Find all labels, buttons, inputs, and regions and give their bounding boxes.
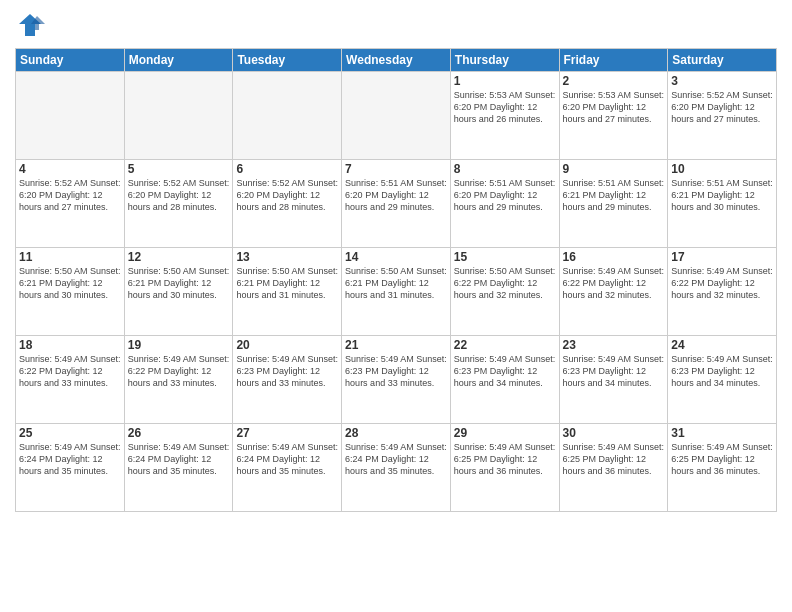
calendar-header-row: SundayMondayTuesdayWednesdayThursdayFrid… [16,49,777,72]
day-number: 10 [671,162,773,176]
day-number: 23 [563,338,665,352]
calendar-cell: 16Sunrise: 5:49 AM Sunset: 6:22 PM Dayli… [559,248,668,336]
day-number: 29 [454,426,556,440]
calendar-cell: 11Sunrise: 5:50 AM Sunset: 6:21 PM Dayli… [16,248,125,336]
day-number: 12 [128,250,230,264]
day-info: Sunrise: 5:49 AM Sunset: 6:24 PM Dayligh… [345,441,447,477]
day-info: Sunrise: 5:49 AM Sunset: 6:24 PM Dayligh… [236,441,338,477]
calendar-header-monday: Monday [124,49,233,72]
day-number: 27 [236,426,338,440]
calendar-cell [16,72,125,160]
day-info: Sunrise: 5:49 AM Sunset: 6:23 PM Dayligh… [454,353,556,389]
day-info: Sunrise: 5:49 AM Sunset: 6:24 PM Dayligh… [128,441,230,477]
day-info: Sunrise: 5:49 AM Sunset: 6:22 PM Dayligh… [563,265,665,301]
day-info: Sunrise: 5:50 AM Sunset: 6:22 PM Dayligh… [454,265,556,301]
day-info: Sunrise: 5:51 AM Sunset: 6:20 PM Dayligh… [345,177,447,213]
day-info: Sunrise: 5:49 AM Sunset: 6:23 PM Dayligh… [236,353,338,389]
day-info: Sunrise: 5:49 AM Sunset: 6:23 PM Dayligh… [671,353,773,389]
day-number: 20 [236,338,338,352]
day-info: Sunrise: 5:52 AM Sunset: 6:20 PM Dayligh… [128,177,230,213]
day-info: Sunrise: 5:50 AM Sunset: 6:21 PM Dayligh… [236,265,338,301]
day-info: Sunrise: 5:49 AM Sunset: 6:25 PM Dayligh… [671,441,773,477]
day-number: 28 [345,426,447,440]
day-info: Sunrise: 5:49 AM Sunset: 6:22 PM Dayligh… [671,265,773,301]
calendar-cell: 31Sunrise: 5:49 AM Sunset: 6:25 PM Dayli… [668,424,777,512]
day-number: 13 [236,250,338,264]
calendar-cell: 29Sunrise: 5:49 AM Sunset: 6:25 PM Dayli… [450,424,559,512]
day-info: Sunrise: 5:49 AM Sunset: 6:24 PM Dayligh… [19,441,121,477]
calendar-week-row: 4Sunrise: 5:52 AM Sunset: 6:20 PM Daylig… [16,160,777,248]
calendar-cell: 27Sunrise: 5:49 AM Sunset: 6:24 PM Dayli… [233,424,342,512]
calendar-cell: 6Sunrise: 5:52 AM Sunset: 6:20 PM Daylig… [233,160,342,248]
calendar-cell: 23Sunrise: 5:49 AM Sunset: 6:23 PM Dayli… [559,336,668,424]
day-info: Sunrise: 5:49 AM Sunset: 6:25 PM Dayligh… [563,441,665,477]
day-info: Sunrise: 5:52 AM Sunset: 6:20 PM Dayligh… [19,177,121,213]
calendar-week-row: 11Sunrise: 5:50 AM Sunset: 6:21 PM Dayli… [16,248,777,336]
day-info: Sunrise: 5:49 AM Sunset: 6:22 PM Dayligh… [128,353,230,389]
calendar-week-row: 1Sunrise: 5:53 AM Sunset: 6:20 PM Daylig… [16,72,777,160]
day-number: 5 [128,162,230,176]
calendar-cell: 28Sunrise: 5:49 AM Sunset: 6:24 PM Dayli… [342,424,451,512]
header [15,10,777,40]
day-info: Sunrise: 5:50 AM Sunset: 6:21 PM Dayligh… [128,265,230,301]
calendar-week-row: 25Sunrise: 5:49 AM Sunset: 6:24 PM Dayli… [16,424,777,512]
calendar-cell: 14Sunrise: 5:50 AM Sunset: 6:21 PM Dayli… [342,248,451,336]
day-info: Sunrise: 5:52 AM Sunset: 6:20 PM Dayligh… [236,177,338,213]
logo [15,10,47,40]
calendar-header-thursday: Thursday [450,49,559,72]
day-number: 7 [345,162,447,176]
calendar-cell: 25Sunrise: 5:49 AM Sunset: 6:24 PM Dayli… [16,424,125,512]
day-number: 9 [563,162,665,176]
calendar-cell: 21Sunrise: 5:49 AM Sunset: 6:23 PM Dayli… [342,336,451,424]
calendar-cell: 19Sunrise: 5:49 AM Sunset: 6:22 PM Dayli… [124,336,233,424]
calendar-cell: 17Sunrise: 5:49 AM Sunset: 6:22 PM Dayli… [668,248,777,336]
page: SundayMondayTuesdayWednesdayThursdayFrid… [0,0,792,612]
day-info: Sunrise: 5:50 AM Sunset: 6:21 PM Dayligh… [345,265,447,301]
day-info: Sunrise: 5:52 AM Sunset: 6:20 PM Dayligh… [671,89,773,125]
logo-icon [15,10,45,40]
day-number: 1 [454,74,556,88]
calendar-header-wednesday: Wednesday [342,49,451,72]
calendar-cell: 1Sunrise: 5:53 AM Sunset: 6:20 PM Daylig… [450,72,559,160]
calendar-cell: 9Sunrise: 5:51 AM Sunset: 6:21 PM Daylig… [559,160,668,248]
calendar-cell: 15Sunrise: 5:50 AM Sunset: 6:22 PM Dayli… [450,248,559,336]
calendar-cell: 12Sunrise: 5:50 AM Sunset: 6:21 PM Dayli… [124,248,233,336]
calendar-week-row: 18Sunrise: 5:49 AM Sunset: 6:22 PM Dayli… [16,336,777,424]
calendar-cell [342,72,451,160]
day-info: Sunrise: 5:53 AM Sunset: 6:20 PM Dayligh… [454,89,556,125]
calendar-cell: 7Sunrise: 5:51 AM Sunset: 6:20 PM Daylig… [342,160,451,248]
day-number: 16 [563,250,665,264]
day-info: Sunrise: 5:50 AM Sunset: 6:21 PM Dayligh… [19,265,121,301]
day-number: 26 [128,426,230,440]
calendar-cell: 26Sunrise: 5:49 AM Sunset: 6:24 PM Dayli… [124,424,233,512]
day-number: 18 [19,338,121,352]
day-info: Sunrise: 5:51 AM Sunset: 6:20 PM Dayligh… [454,177,556,213]
day-number: 8 [454,162,556,176]
day-number: 15 [454,250,556,264]
day-number: 3 [671,74,773,88]
calendar-cell: 10Sunrise: 5:51 AM Sunset: 6:21 PM Dayli… [668,160,777,248]
calendar-header-sunday: Sunday [16,49,125,72]
calendar-header-tuesday: Tuesday [233,49,342,72]
day-info: Sunrise: 5:49 AM Sunset: 6:23 PM Dayligh… [563,353,665,389]
calendar-cell: 22Sunrise: 5:49 AM Sunset: 6:23 PM Dayli… [450,336,559,424]
day-number: 6 [236,162,338,176]
calendar-cell [233,72,342,160]
calendar-cell: 4Sunrise: 5:52 AM Sunset: 6:20 PM Daylig… [16,160,125,248]
calendar-header-saturday: Saturday [668,49,777,72]
calendar-cell: 20Sunrise: 5:49 AM Sunset: 6:23 PM Dayli… [233,336,342,424]
calendar-cell [124,72,233,160]
day-number: 4 [19,162,121,176]
calendar-cell: 13Sunrise: 5:50 AM Sunset: 6:21 PM Dayli… [233,248,342,336]
day-number: 14 [345,250,447,264]
day-info: Sunrise: 5:51 AM Sunset: 6:21 PM Dayligh… [671,177,773,213]
day-number: 19 [128,338,230,352]
day-info: Sunrise: 5:53 AM Sunset: 6:20 PM Dayligh… [563,89,665,125]
day-number: 31 [671,426,773,440]
calendar-cell: 2Sunrise: 5:53 AM Sunset: 6:20 PM Daylig… [559,72,668,160]
day-number: 24 [671,338,773,352]
calendar-cell: 30Sunrise: 5:49 AM Sunset: 6:25 PM Dayli… [559,424,668,512]
day-info: Sunrise: 5:51 AM Sunset: 6:21 PM Dayligh… [563,177,665,213]
calendar-table: SundayMondayTuesdayWednesdayThursdayFrid… [15,48,777,512]
day-info: Sunrise: 5:49 AM Sunset: 6:25 PM Dayligh… [454,441,556,477]
